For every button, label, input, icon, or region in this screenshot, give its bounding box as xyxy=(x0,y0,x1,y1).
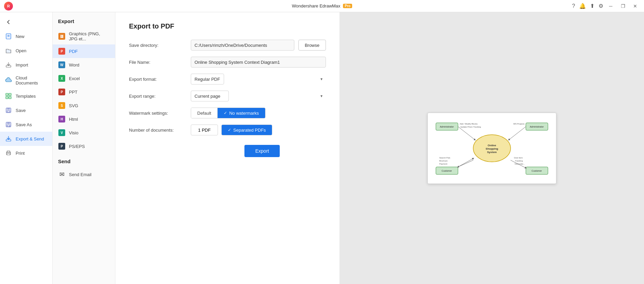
sidebar-item-save[interactable]: Save xyxy=(0,103,52,117)
settings-icon[interactable]: ⚙ xyxy=(599,3,603,9)
sidebar-item-saveas[interactable]: + Save As xyxy=(0,117,52,132)
svg-text:Generate...: Generate... xyxy=(515,163,525,165)
excel-icon: X xyxy=(58,75,66,82)
svg-text:Payment: Payment xyxy=(439,163,447,165)
svg-rect-18 xyxy=(7,154,10,155)
sidebar-item-print[interactable]: Print xyxy=(0,146,52,160)
open-icon xyxy=(5,47,12,54)
svg-text:Update Prism Tracking: Update Prism Tracking xyxy=(460,126,481,128)
sidebar-item-export[interactable]: Export & Send xyxy=(0,132,52,146)
svg-rect-6 xyxy=(6,96,8,99)
watermark-label: Watermark settings: xyxy=(129,111,187,116)
new-label: New xyxy=(16,34,24,39)
main-layout: New Open Import Cloud Documents Template xyxy=(0,12,644,284)
export-item-ppt[interactable]: P PPT xyxy=(53,85,115,99)
export-item-email[interactable]: ✉ Send Email xyxy=(53,168,115,181)
export-item-excel[interactable]: X Excel xyxy=(53,72,115,85)
new-icon xyxy=(5,33,12,40)
separated-pdfs-btn[interactable]: ✓ Separated PDFs xyxy=(222,125,272,135)
checkmark-icon: ✓ xyxy=(224,111,227,115)
export-item-html[interactable]: H Html xyxy=(53,112,115,126)
html-label: Html xyxy=(69,117,78,122)
export-button[interactable]: Export xyxy=(244,145,280,157)
cloud-label: Cloud Documents xyxy=(16,75,48,86)
watermark-toggle-group: Default ✓ No watermarks xyxy=(191,108,265,118)
preview-area: Online Shopping System Administrator Adm… xyxy=(339,12,644,284)
export-item-graphics[interactable]: 🖼 Graphics (PNG, JPG et... xyxy=(53,28,115,44)
saveas-icon: + xyxy=(5,121,12,128)
export-item-visio[interactable]: V Visio xyxy=(53,126,115,139)
svg-text:Administrator: Administrator xyxy=(440,126,454,128)
svg-text:WS Projects: WS Projects xyxy=(513,123,525,125)
sidebar-item-templates[interactable]: Templates xyxy=(0,89,52,103)
export-form: Export to PDF Save directory: Browse Fil… xyxy=(115,12,339,284)
watermark-none-btn[interactable]: ✓ No watermarks xyxy=(218,108,265,118)
close-button[interactable]: ✕ xyxy=(630,2,640,10)
print-icon xyxy=(5,149,12,157)
excel-label: Excel xyxy=(69,76,80,81)
file-name-label: File Name: xyxy=(129,60,187,65)
svg-text:System: System xyxy=(487,151,496,154)
html-icon: H xyxy=(58,115,66,123)
pseps-icon: P xyxy=(58,143,66,150)
restore-button[interactable]: ❐ xyxy=(618,2,628,10)
ppt-icon: P xyxy=(58,88,66,96)
export-format-select[interactable]: Regular PDF PDF/A PDF/X xyxy=(191,74,224,84)
email-icon: ✉ xyxy=(58,171,66,178)
open-label: Open xyxy=(16,48,26,53)
import-label: Import xyxy=(16,62,28,68)
export-btn-row: Export xyxy=(187,141,326,157)
export-range-wrapper: Current page All pages Selected pages xyxy=(191,91,326,101)
sidebar-item-new[interactable]: New xyxy=(0,29,52,43)
checkmark-icon2: ✓ xyxy=(228,128,231,132)
svg-text:Customer: Customer xyxy=(441,170,452,172)
sidebar-item-open[interactable]: Open xyxy=(0,43,52,58)
share-icon[interactable]: ⬆ xyxy=(590,3,594,9)
export-item-pdf[interactable]: P PDF xyxy=(53,44,115,58)
left-sidebar: New Open Import Cloud Documents Template xyxy=(0,12,53,284)
graphics-icon: 🖼 xyxy=(58,33,66,40)
word-label: Word xyxy=(69,62,79,68)
cloud-icon xyxy=(5,77,12,84)
diagram-preview: Online Shopping System Administrator Adm… xyxy=(427,113,556,184)
svg-icon: S xyxy=(58,102,66,109)
save-label: Save xyxy=(16,108,26,113)
export-format-row: Export format: Regular PDF PDF/A PDF/X xyxy=(129,74,326,84)
export-format-wrapper: Regular PDF PDF/A PDF/X xyxy=(191,74,326,84)
export-range-row: Export range: Current page All pages Sel… xyxy=(129,91,326,101)
titlebar-left-icons: R xyxy=(4,2,13,11)
separated-pdfs-toggle: ✓ Separated PDFs xyxy=(221,125,272,135)
titlebar-controls: ? 🔔 ⬆ ⚙ ─ ❐ ✕ xyxy=(572,2,640,10)
export-format-label: Export format: xyxy=(129,77,187,82)
file-name-input[interactable] xyxy=(191,57,326,68)
export-item-word[interactable]: W Word xyxy=(53,58,115,72)
num-docs-row: Number of documents: ✓ Separated PDFs xyxy=(129,125,326,135)
browse-button[interactable]: Browse xyxy=(298,40,326,51)
notification-icon[interactable]: 🔔 xyxy=(579,3,586,9)
svg-text:Online: Online xyxy=(487,144,496,147)
sidebar-item-import[interactable]: Import xyxy=(0,58,52,72)
svg-rect-9 xyxy=(7,108,10,110)
content-area: Export to PDF Save directory: Browse Fil… xyxy=(115,12,644,284)
export-item-pseps[interactable]: P PS/EPS xyxy=(53,139,115,153)
svg-text:Administrator: Administrator xyxy=(530,126,544,128)
svg-rect-12 xyxy=(7,122,10,124)
back-icon xyxy=(5,18,12,26)
avatar[interactable]: R xyxy=(4,2,13,11)
import-icon xyxy=(5,61,12,69)
help-icon[interactable]: ? xyxy=(572,3,575,9)
watermark-default-btn[interactable]: Default xyxy=(191,108,217,118)
save-directory-input[interactable] xyxy=(191,40,294,51)
visio-label: Visio xyxy=(69,130,78,135)
export-range-select[interactable]: Current page All pages Selected pages xyxy=(191,91,229,101)
minimize-button[interactable]: ─ xyxy=(606,2,615,10)
pdf-icon: P xyxy=(58,48,66,55)
back-button[interactable] xyxy=(0,15,52,29)
sidebar-item-cloud[interactable]: Cloud Documents xyxy=(0,72,52,89)
svg-label: SVG xyxy=(69,103,78,108)
app-title: Wondershare EdrawMax xyxy=(292,3,341,8)
titlebar-title-area: Wondershare EdrawMax Pro xyxy=(292,3,352,8)
export-form-title: Export to PDF xyxy=(129,22,326,30)
export-item-svg[interactable]: S SVG xyxy=(53,99,115,112)
num-docs-input[interactable] xyxy=(191,125,218,135)
